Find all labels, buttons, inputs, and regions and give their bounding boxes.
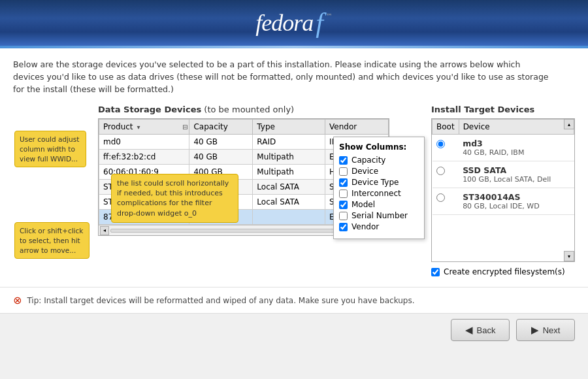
target-device-row[interactable]: ST340014AS 80 GB, Local IDE, WD xyxy=(433,188,574,215)
cell-type xyxy=(253,210,325,225)
col-label-device-type: Device Type xyxy=(351,178,399,187)
show-col-model: Model xyxy=(339,200,419,209)
boot-radio-cell xyxy=(433,135,459,161)
right-panel-title: Install Target Devices xyxy=(431,105,575,114)
col-label-model: Model xyxy=(351,200,375,209)
col-header-device: Device xyxy=(459,120,574,135)
cell-type: Local SATA xyxy=(253,180,325,195)
product-dropdown-icon[interactable]: ▾ xyxy=(137,124,140,131)
main-content: Below are the storage devices you've sel… xyxy=(0,48,588,287)
col-label-device: Device xyxy=(351,167,378,176)
col-label-interconnect: Interconnect xyxy=(351,189,401,198)
left-panel-title: Data Storage Devices (to be mounted only… xyxy=(98,105,389,114)
intro-text: Below are the storage devices you've sel… xyxy=(13,59,549,95)
create-encrypted-checkbox[interactable] xyxy=(431,268,440,276)
create-encrypted-label: Create encrypted filesystem(s) xyxy=(444,267,565,276)
col-header-capacity[interactable]: Capacity xyxy=(189,120,253,135)
bottom-bar: ◀ Back ▶ Next xyxy=(0,313,588,346)
cell-type: RAID xyxy=(253,135,325,150)
show-col-device: Device xyxy=(339,167,419,176)
boot-radio-st34[interactable] xyxy=(436,193,445,202)
install-target-table: Boot Device md3 40 GB, RAID, IBM xyxy=(432,119,574,215)
show-columns-popup: Show Columns: Capacity Device Device Typ… xyxy=(333,137,425,239)
device-name-ssd: SSD SATA xyxy=(463,165,570,175)
cell-type: Multipath xyxy=(253,150,325,165)
device-name-st34: ST340014AS xyxy=(463,192,570,202)
col-label-capacity: Capacity xyxy=(351,156,385,165)
device-info-cell: md3 40 GB, RAID, IBM xyxy=(459,135,574,161)
cell-product: ff:ef:32:b2:cd xyxy=(99,150,189,165)
logo-text: fedora xyxy=(255,9,313,37)
scroll-up-btn[interactable]: ▴ xyxy=(564,119,574,129)
back-label: Back xyxy=(477,325,496,335)
cell-type: Multipath xyxy=(253,165,325,180)
content-area: User could adjust column width to view f… xyxy=(13,105,575,276)
logo-container: fedora f ™ xyxy=(255,7,333,39)
device-info-cell: SSD SATA 100 GB, Local SATA, Dell xyxy=(459,161,574,188)
device-info-st34: 80 GB, Local IDE, WD xyxy=(463,202,570,210)
show-col-serial: Serial Number xyxy=(339,211,419,220)
logo-tm: ™ xyxy=(326,12,333,20)
callout-user-note-1: User could adjust column width to view f… xyxy=(14,131,86,167)
checkbox-device-type[interactable] xyxy=(339,178,348,187)
checkbox-capacity[interactable] xyxy=(339,156,348,165)
checkbox-vendor[interactable] xyxy=(339,223,348,231)
boot-radio-md3[interactable] xyxy=(436,140,445,148)
show-col-device-type: Device Type xyxy=(339,178,419,187)
boot-radio-cell xyxy=(433,161,459,188)
checkbox-serial[interactable] xyxy=(339,212,348,220)
cell-capacity: 40 GB xyxy=(189,150,253,165)
install-target-container: ▴ Boot Device xyxy=(431,118,575,262)
cell-capacity: 40 GB xyxy=(189,135,253,150)
filter-icon[interactable]: ⊟ xyxy=(182,124,188,131)
target-device-row[interactable]: md3 40 GB, RAID, IBM xyxy=(433,135,574,161)
checkbox-interconnect[interactable] xyxy=(339,190,348,198)
scroll-left-btn[interactable]: ◂ xyxy=(100,226,109,235)
show-col-vendor: Vendor xyxy=(339,222,419,231)
callout-user-note-2: Click or shift+click to select, then hit… xyxy=(14,222,90,259)
show-col-interconnect: Interconnect xyxy=(339,189,419,198)
scroll-down-btn[interactable]: ▾ xyxy=(564,251,574,261)
callout-scroll-note: the list could scroll horizontally if ne… xyxy=(111,174,238,223)
next-label: Next xyxy=(543,325,561,335)
target-device-row[interactable]: SSD SATA 100 GB, Local SATA, Dell xyxy=(433,161,574,188)
tip-icon: ⊗ xyxy=(13,294,22,306)
show-columns-title: Show Columns: xyxy=(339,142,419,152)
data-table-wrapper: Product ▾ ⊟ Capacity Type Vendor md0 xyxy=(98,118,389,236)
device-info-md3: 40 GB, RAID, IBM xyxy=(463,148,570,157)
col-header-vendor[interactable]: Vendor xyxy=(325,120,389,135)
boot-radio-cell xyxy=(433,188,459,215)
boot-radio-ssd[interactable] xyxy=(436,167,445,175)
right-panel: Install Target Devices ▴ Boot Device xyxy=(431,105,575,276)
create-encrypted-row: Create encrypted filesystem(s) xyxy=(431,267,575,276)
col-label-vendor: Vendor xyxy=(351,222,379,231)
logo-f: f xyxy=(316,7,323,39)
cell-type: Local SATA xyxy=(253,195,325,210)
col-header-type[interactable]: Type xyxy=(253,120,325,135)
show-col-capacity: Capacity xyxy=(339,156,419,165)
next-arrow-icon: ▶ xyxy=(531,324,539,336)
next-button[interactable]: ▶ Next xyxy=(516,319,575,341)
device-info-cell: ST340014AS 80 GB, Local IDE, WD xyxy=(459,188,574,215)
checkbox-device[interactable] xyxy=(339,167,348,176)
checkbox-model[interactable] xyxy=(339,201,348,209)
tip-area: ⊗ Tip: Install target devices will be re… xyxy=(0,287,588,313)
tip-text: Tip: Install target devices will be refo… xyxy=(27,296,414,305)
col-header-boot: Boot xyxy=(433,120,459,135)
device-info-ssd: 100 GB, Local SATA, Dell xyxy=(463,175,570,184)
header: fedora f ™ xyxy=(0,0,588,46)
back-button[interactable]: ◀ Back xyxy=(451,319,510,341)
col-label-serial: Serial Number xyxy=(351,211,408,220)
back-arrow-icon: ◀ xyxy=(465,324,473,336)
cell-product: md0 xyxy=(99,135,189,150)
left-panel: User could adjust column width to view f… xyxy=(98,105,389,276)
col-header-product[interactable]: Product ▾ ⊟ xyxy=(99,120,189,135)
device-name-md3: md3 xyxy=(463,139,570,148)
